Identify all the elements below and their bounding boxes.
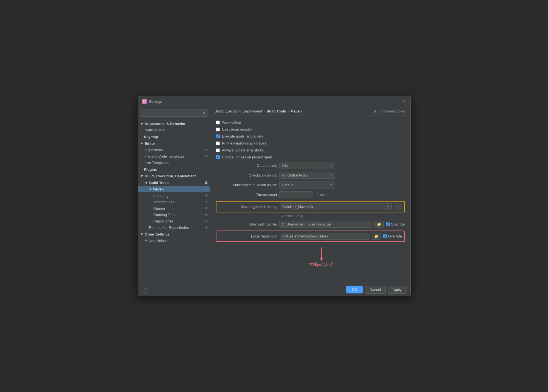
keymap-label: Keymap: [140, 135, 158, 139]
sidebar-item-maven-helper[interactable]: Maven Helper: [138, 237, 210, 244]
user-settings-override-check: Override: [386, 222, 405, 226]
content-area: 🔍 maven ✕ ▼ Appearance & Behavior Notifi…: [138, 107, 410, 283]
ok-button[interactable]: OK: [346, 286, 363, 293]
use-plugin-registry-checkbox[interactable]: [216, 128, 220, 131]
sidebar-item-importing[interactable]: Importing ⚙: [138, 192, 210, 199]
dropdown-arrow-icon: ▼: [330, 164, 333, 167]
maven-home-value: Bundled (Maven 3): [282, 205, 313, 209]
checksum-policy-row: Checksum policy: No Global Policy ▼: [216, 172, 405, 179]
use-plugin-registry-label: Use plugin registry: [222, 127, 252, 131]
importing-label: Importing: [154, 193, 204, 198]
local-repo-browse-button[interactable]: 📁: [372, 233, 381, 240]
user-settings-label: User settings file:: [216, 222, 277, 226]
user-settings-browse-button[interactable]: 📁: [374, 221, 384, 228]
execute-goals-checkbox[interactable]: [216, 134, 220, 138]
plugins-label: Plugins: [140, 167, 157, 171]
maven-label: Maven: [153, 187, 204, 191]
search-container: 🔍 maven ✕: [138, 107, 210, 119]
multiproject-fail-value: Default: [282, 183, 293, 187]
sidebar-item-maven[interactable]: ▼ Maven ⚙: [138, 186, 210, 192]
apply-button[interactable]: Apply: [388, 286, 406, 294]
sidebar-item-other-settings[interactable]: ▼ Other Settings: [138, 231, 210, 237]
always-update-snapshots-checkbox[interactable]: [216, 148, 220, 152]
local-repo-input[interactable]: [280, 233, 369, 240]
dropdown-arrow-icon: ▼: [330, 174, 333, 177]
maven-home-browse-button[interactable]: ...: [394, 204, 402, 210]
sidebar-item-plugins[interactable]: Plugins: [138, 166, 210, 173]
sidebar-item-notifications[interactable]: Notifications: [138, 127, 210, 133]
execute-goals-label: Execute goals recursively: [222, 134, 263, 138]
arrow-icon: ▼: [140, 174, 144, 178]
always-update-snapshots-label: Always update snapshots: [222, 148, 263, 152]
sidebar-item-live-templates[interactable]: Live Templates: [138, 160, 210, 166]
arrow-icon: ▼: [140, 122, 144, 126]
sidebar-item-file-code-templates[interactable]: File and Code Templates ⚙: [138, 153, 210, 160]
config-icon: ⚙: [205, 155, 208, 158]
ignored-files-label: Ignored Files: [154, 200, 204, 204]
config-icon: ⚙: [205, 200, 208, 204]
sidebar-item-appearance-behavior[interactable]: ▼ Appearance & Behavior: [138, 120, 210, 127]
thread-count-row: Thread count -T option: [216, 191, 405, 198]
main-panel: Build, Execution, Deployment › Build Too…: [210, 107, 410, 283]
repositories-label: Repositories: [154, 219, 204, 223]
inspections-label: Inspections: [145, 148, 204, 152]
sidebar-item-inspections[interactable]: Inspections ⚙: [138, 147, 210, 153]
breadcrumb: Build, Execution, Deployment › Build Too…: [210, 107, 410, 116]
cancel-button[interactable]: Cancel: [365, 286, 386, 294]
sidebar-item-remote-jar-repositories[interactable]: Remote Jar Repositories ⚙: [138, 224, 210, 231]
arrow-icon: ▼: [149, 188, 152, 191]
running-tests-label: Running Tests: [154, 213, 204, 217]
sidebar-item-build-execution-deployment[interactable]: ▼ Build, Execution, Deployment: [138, 173, 210, 179]
output-level-value: Info: [282, 163, 288, 168]
update-indices-checkbox[interactable]: [216, 155, 220, 159]
config-icon: ⚙: [205, 194, 208, 197]
config-icon: ⚙: [205, 226, 208, 229]
print-exception-checkbox[interactable]: [216, 141, 220, 145]
output-level-dropdown[interactable]: Info ▼: [279, 162, 335, 169]
settings-dialog: IJ Settings ✕ 🔍 maven ✕ ▼ Appearance & B…: [138, 96, 411, 296]
checksum-policy-dropdown[interactable]: No Global Policy ▼: [279, 172, 335, 179]
sidebar-item-repositories[interactable]: Repositories ⚙: [138, 218, 210, 224]
breadcrumb-part3: Maven: [291, 109, 302, 113]
sidebar-item-build-tools[interactable]: ▼ Build Tools ⚙: [138, 179, 210, 186]
config-icon: ⚙: [205, 187, 208, 191]
tree-nav: ▼ Appearance & Behavior Notifications Ke…: [138, 119, 210, 283]
sidebar-item-ignored-files[interactable]: Ignored Files ⚙: [138, 199, 210, 205]
user-settings-input[interactable]: [279, 221, 372, 228]
sidebar: 🔍 maven ✕ ▼ Appearance & Behavior Notifi…: [138, 107, 210, 283]
sidebar-item-keymap[interactable]: Keymap: [138, 133, 210, 140]
search-input[interactable]: maven: [140, 109, 208, 117]
app-icon: IJ: [142, 99, 147, 104]
multiproject-fail-dropdown[interactable]: Default ▼: [279, 182, 335, 188]
local-repo-override-checkbox[interactable]: [383, 234, 387, 238]
sidebar-item-editor[interactable]: ▼ Editor: [138, 140, 210, 147]
annotation-text: 本地jar包目录: [309, 262, 334, 267]
user-settings-file-row: User settings file: 📁 Override: [216, 221, 405, 228]
sidebar-item-runner[interactable]: Runner ⚙: [138, 205, 210, 212]
breadcrumb-part1: Build, Execution, Deployment: [215, 109, 262, 113]
config-icon: ⚙: [205, 207, 208, 210]
search-clear-icon[interactable]: ✕: [202, 111, 206, 115]
title-bar: IJ Settings ✕: [138, 96, 410, 107]
help-button[interactable]: ?: [142, 287, 148, 293]
print-exception-label: Print exception stack traces: [222, 141, 266, 145]
checksum-policy-value: No Global Policy: [282, 173, 309, 177]
sidebar-item-running-tests[interactable]: Running Tests ⚙: [138, 212, 210, 218]
user-settings-override-checkbox[interactable]: [386, 222, 390, 226]
work-offline-checkbox[interactable]: [216, 121, 220, 124]
print-exception-row: Print exception stack traces: [216, 141, 405, 145]
use-plugin-registry-row: Use plugin registry: [216, 127, 405, 131]
arrow-icon: ▼: [145, 181, 148, 185]
multiproject-fail-label: Multiproject build fail policy:: [216, 183, 277, 187]
maven-home-dropdown[interactable]: Bundled (Maven 3) ▼: [280, 203, 392, 210]
t-option-label: -T option: [316, 193, 329, 197]
config-icon: ⚙: [205, 148, 208, 152]
thread-count-input[interactable]: [279, 191, 313, 198]
search-wrapper: 🔍 maven ✕: [140, 109, 208, 117]
maven-home-directory-row: Maven home directory: Bundled (Maven 3) …: [216, 201, 405, 212]
maven-helper-label: Maven Helper: [145, 239, 167, 243]
execute-goals-recursively-row: Execute goals recursively: [216, 134, 405, 138]
red-arrow-icon: [321, 248, 322, 259]
close-button[interactable]: ✕: [403, 99, 406, 103]
config-icon: ⚙: [204, 181, 208, 185]
